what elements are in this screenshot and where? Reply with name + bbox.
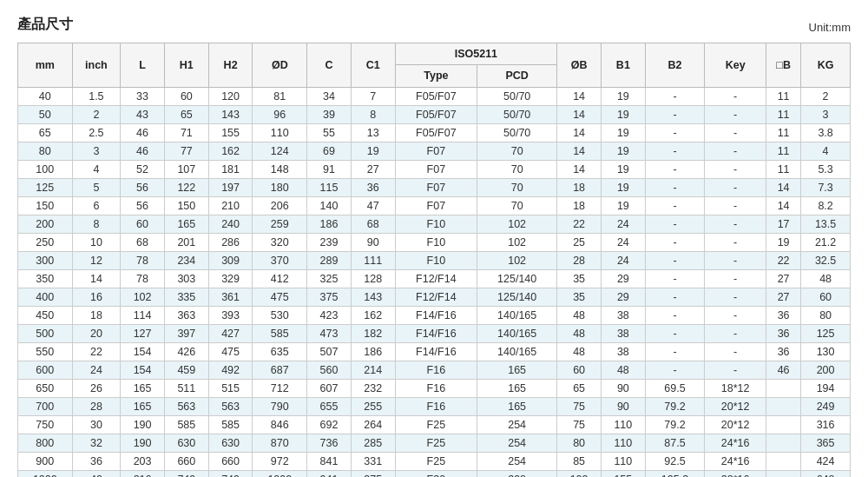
cell-C1: 27 bbox=[351, 160, 395, 178]
cell-B1: 19 bbox=[601, 178, 645, 196]
cell-iso_pcd: 165 bbox=[477, 397, 557, 415]
col-iso-type: Type bbox=[395, 65, 477, 87]
cell-H1: 459 bbox=[164, 361, 208, 379]
cell-inch: 16 bbox=[72, 288, 121, 306]
cell-iso_pcd: 165 bbox=[477, 379, 557, 397]
cell-KG: 424 bbox=[801, 452, 851, 470]
col-B1: B1 bbox=[601, 43, 645, 88]
cell-OB: 22 bbox=[557, 215, 602, 233]
cell-B1: 19 bbox=[601, 160, 645, 178]
cell-OB: 28 bbox=[557, 251, 602, 269]
cell-C: 941 bbox=[307, 470, 352, 477]
cell-B1: 24 bbox=[601, 215, 645, 233]
cell-OD: 110 bbox=[253, 123, 307, 142]
cell-iso_type: F07 bbox=[395, 196, 477, 215]
cell-mm: 65 bbox=[18, 123, 73, 142]
table-row: 15065615021020614047F07701819--148.2 bbox=[18, 196, 851, 215]
cell-inch: 24 bbox=[72, 361, 121, 379]
col-Key: Key bbox=[705, 43, 766, 88]
cell-OD: 846 bbox=[253, 415, 307, 434]
col-B2: B2 bbox=[645, 43, 704, 88]
cell-H2: 585 bbox=[208, 415, 253, 434]
cell-sqB: 22 bbox=[766, 251, 801, 269]
cell-iso_pcd: 140/165 bbox=[477, 306, 557, 324]
cell-iso_type: F07 bbox=[395, 160, 477, 178]
cell-C1: 232 bbox=[351, 379, 395, 397]
cell-sqB: 36 bbox=[766, 306, 801, 324]
cell-OD: 687 bbox=[253, 361, 307, 379]
cell-iso_type: F30 bbox=[395, 470, 477, 477]
cell-KG: 48 bbox=[801, 269, 851, 288]
cell-iso_type: F05/F07 bbox=[395, 87, 477, 105]
cell-sqB: 46 bbox=[766, 361, 801, 379]
cell-OD: 790 bbox=[253, 397, 307, 415]
cell-KG: 7.3 bbox=[801, 178, 851, 196]
cell-OD: 206 bbox=[253, 196, 307, 215]
cell-B1: 110 bbox=[601, 452, 645, 470]
cell-iso_type: F07 bbox=[395, 178, 477, 196]
cell-iso_type: F10 bbox=[395, 233, 477, 251]
cell-Key: - bbox=[705, 269, 766, 288]
cell-iso_type: F05/F07 bbox=[395, 105, 477, 123]
cell-mm: 1000 bbox=[18, 470, 73, 477]
table-row: 90036203660660972841331F252548511092.524… bbox=[18, 452, 851, 470]
cell-mm: 200 bbox=[18, 215, 73, 233]
cell-KG: 3.8 bbox=[801, 123, 851, 142]
cell-H2: 181 bbox=[208, 160, 253, 178]
cell-OB: 14 bbox=[557, 105, 602, 123]
cell-iso_pcd: 102 bbox=[477, 233, 557, 251]
cell-C: 34 bbox=[307, 87, 352, 105]
cell-sqB bbox=[766, 452, 801, 470]
cell-B1: 38 bbox=[601, 342, 645, 361]
cell-OD: 148 bbox=[253, 160, 307, 178]
cell-KG: 130 bbox=[801, 342, 851, 361]
cell-L: 52 bbox=[121, 160, 165, 178]
cell-C1: 90 bbox=[351, 233, 395, 251]
cell-C1: 36 bbox=[351, 178, 395, 196]
cell-sqB: 27 bbox=[766, 269, 801, 288]
cell-OD: 96 bbox=[253, 105, 307, 123]
cell-sqB: 11 bbox=[766, 105, 801, 123]
cell-H2: 329 bbox=[208, 269, 253, 288]
cell-sqB: 27 bbox=[766, 288, 801, 306]
cell-OB: 100 bbox=[557, 470, 602, 477]
cell-B1: 29 bbox=[601, 288, 645, 306]
cell-H2: 630 bbox=[208, 434, 253, 452]
cell-C: 69 bbox=[307, 142, 352, 160]
cell-mm: 350 bbox=[18, 269, 73, 288]
cell-mm: 650 bbox=[18, 379, 73, 397]
cell-C1: 285 bbox=[351, 434, 395, 452]
cell-B2: 79.2 bbox=[645, 415, 704, 434]
col-C1: C1 bbox=[351, 43, 395, 88]
table-row: 12555612219718011536F07701819--147.3 bbox=[18, 178, 851, 196]
cell-C: 655 bbox=[307, 397, 352, 415]
cell-C: 375 bbox=[307, 288, 352, 306]
cell-KG: 32.5 bbox=[801, 251, 851, 269]
cell-B1: 38 bbox=[601, 324, 645, 342]
cell-iso_type: F16 bbox=[395, 397, 477, 415]
cell-L: 78 bbox=[121, 251, 165, 269]
dimension-table: mm inch L H1 H2 ØD C C1 ISO5211 ØB B1 B2… bbox=[17, 43, 851, 477]
col-iso5211: ISO5211 bbox=[395, 43, 557, 65]
cell-L: 190 bbox=[121, 415, 165, 434]
cell-H2: 143 bbox=[208, 105, 253, 123]
cell-L: 60 bbox=[121, 215, 165, 233]
cell-L: 102 bbox=[121, 288, 165, 306]
cell-B1: 90 bbox=[601, 397, 645, 415]
cell-KG: 125 bbox=[801, 324, 851, 342]
cell-iso_type: F25 bbox=[395, 434, 477, 452]
cell-H1: 749 bbox=[164, 470, 208, 477]
cell-B2: - bbox=[645, 269, 704, 288]
cell-OD: 530 bbox=[253, 306, 307, 324]
cell-sqB: 19 bbox=[766, 233, 801, 251]
cell-OB: 35 bbox=[557, 288, 602, 306]
cell-iso_type: F16 bbox=[395, 379, 477, 397]
cell-H1: 107 bbox=[164, 160, 208, 178]
cell-H1: 60 bbox=[164, 87, 208, 105]
cell-OD: 972 bbox=[253, 452, 307, 470]
cell-mm: 400 bbox=[18, 288, 73, 306]
cell-B1: 19 bbox=[601, 123, 645, 142]
cell-iso_type: F05/F07 bbox=[395, 123, 477, 142]
cell-sqB: 14 bbox=[766, 178, 801, 196]
cell-C1: 7 bbox=[351, 87, 395, 105]
